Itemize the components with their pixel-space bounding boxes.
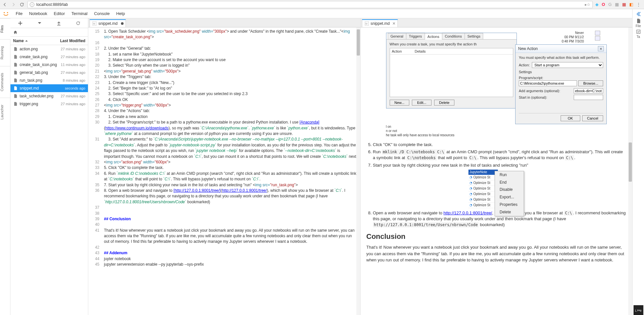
new-dropdown[interactable] [33, 19, 46, 27]
menu-console[interactable]: Console [91, 10, 113, 17]
file-icon [13, 55, 18, 59]
markdown-icon: M [365, 22, 369, 25]
editor-scrollbar[interactable] [356, 27, 360, 315]
tree-link[interactable]: http://127.0.0.1:8001/tree/ [444, 210, 492, 215]
ext-icon[interactable]: ▦ [615, 2, 619, 7]
menu-editor[interactable]: Editor [51, 10, 68, 17]
file-time: 27 minutes ago [61, 55, 85, 59]
ext-icon[interactable]: ◆ [595, 2, 599, 7]
task-list-item: ◔ Optimize St [468, 180, 498, 186]
file-row[interactable]: general_tab.png27 minutes ago [10, 69, 88, 76]
url-text: localhost:8889/lab [36, 2, 68, 7]
ext-icon[interactable]: ▦ [622, 2, 626, 7]
expand-icon[interactable] [636, 11, 641, 17]
preview-scrollbar[interactable] [628, 27, 632, 315]
col-details: Details [415, 49, 426, 53]
properties-tab-conditions[interactable]: Conditions [442, 33, 465, 39]
file-row[interactable]: task_scheduler.png27 minutes ago [10, 92, 88, 100]
svg-point-0 [4, 12, 5, 13]
svg-text:M: M [365, 23, 367, 25]
modified-header: Last Modified [60, 39, 85, 43]
ctx-disable[interactable]: Disable [495, 186, 524, 193]
file-icon [13, 62, 18, 67]
close-icon[interactable]: ✕ [392, 21, 396, 26]
left-tab-commands[interactable]: Commands [0, 66, 10, 98]
properties-tab-settings[interactable]: Settings [465, 33, 483, 39]
file-row[interactable]: create_task.png27 minutes ago [10, 53, 88, 61]
program-input[interactable] [519, 80, 577, 86]
steps-list: Click "OK" to complete the task. Run mkl… [366, 142, 627, 228]
ext-icon[interactable]: O [602, 2, 605, 7]
markdown-icon: M [93, 22, 96, 25]
cancel-button[interactable]: Cancel [582, 115, 603, 121]
task-list-item: ◔ Optimize St [468, 186, 498, 191]
left-tab-launcher[interactable]: Launcher [0, 98, 10, 126]
new-action-button[interactable]: New... [390, 100, 410, 106]
main-menu: FileNotebookEditorTerminalConsoleHelp [0, 9, 632, 18]
properties-tab-actions[interactable]: Actions [425, 33, 442, 40]
action-select[interactable]: Start a program [532, 62, 603, 68]
ok-button[interactable]: OK [561, 115, 580, 121]
code-editor[interactable]: 15 161718192021222324252627282930 31 323… [88, 27, 360, 315]
file-row[interactable]: create_task_icon.png11 minutes ago [10, 61, 88, 69]
args-input[interactable] [574, 88, 603, 93]
back-button[interactable] [2, 2, 8, 8]
ctx-properties[interactable]: Properties [495, 201, 524, 208]
ctx-end[interactable]: End [495, 179, 524, 186]
jupyter-logo [3, 10, 9, 17]
menu-file[interactable]: File [12, 10, 26, 17]
task-list-item: ◔ Optimize St [468, 191, 498, 197]
upload-button[interactable] [52, 19, 65, 27]
delete-action-button[interactable]: Delete [434, 100, 454, 106]
ctx-export[interactable]: Export... [495, 193, 524, 201]
refresh-button[interactable] [72, 19, 85, 27]
close-icon[interactable]: ✕ [598, 46, 604, 51]
conclusion-heading: Conclusion [366, 232, 627, 241]
editor-tab[interactable]: M snippet.md [90, 19, 126, 27]
properties-tab-triggers[interactable]: Triggers [406, 33, 425, 39]
selected-task: JupyterNote [468, 170, 498, 175]
new-button[interactable] [14, 19, 27, 27]
menu-icon[interactable]: ⋮ [636, 2, 641, 7]
svg-point-1 [7, 12, 8, 13]
browse-button[interactable]: Browse... [578, 80, 603, 86]
task-list-item: ◔ Optimize St [468, 175, 498, 180]
ext-icon[interactable]: ◧ [629, 2, 633, 7]
forward-button[interactable] [10, 2, 16, 8]
startin-input[interactable] [574, 95, 603, 100]
context-menu: RunEndDisableExport...PropertiesDelete [495, 171, 524, 216]
properties-tabs: GeneralTriggersActionsConditionsSettings [386, 33, 517, 40]
ctx-delete[interactable]: Delete [495, 208, 524, 216]
thumbnail[interactable]: j_img [634, 305, 643, 315]
file-browser: Name Last Modified action.png27 minutes … [10, 18, 88, 315]
file-row[interactable]: snippet.mdseconds ago [10, 84, 88, 92]
menu-help[interactable]: Help [113, 10, 128, 17]
bookmark-icon[interactable]: ▸☆ [585, 2, 590, 7]
properties-tab-general[interactable]: General [388, 33, 406, 39]
right-tab-file[interactable]: File [636, 18, 641, 28]
filebrowser-header[interactable]: Name Last Modified [10, 37, 88, 45]
code-content[interactable]: 1. Open Task Scheduler <img src="task_sc… [101, 27, 360, 315]
breadcrumbs[interactable] [10, 28, 88, 37]
reload-button[interactable] [19, 2, 25, 8]
file-row[interactable]: action.png27 minutes ago [10, 45, 88, 53]
left-tab-running[interactable]: Running [0, 39, 10, 66]
left-tab-files[interactable]: Files [0, 18, 10, 39]
edit-action-button[interactable]: Edit... [412, 100, 432, 106]
file-time: 11 minutes ago [61, 63, 85, 67]
ext-icon[interactable]: G [608, 2, 612, 7]
menu-terminal[interactable]: Terminal [68, 10, 91, 17]
right-tab-task[interactable]: Ta [636, 29, 641, 39]
file-name: trigger.png [20, 102, 38, 106]
ctx-run[interactable]: Run [495, 171, 524, 179]
file-time: 27 minutes ago [61, 47, 85, 51]
preview-tab[interactable]: M snippet.md ✕ [362, 19, 398, 27]
file-row[interactable]: run_task.png8 minutes ago [10, 76, 88, 84]
markdown-preview[interactable]: GeneralTriggersActionsConditionsSettings… [361, 27, 633, 315]
menu-notebook[interactable]: Notebook [26, 10, 51, 17]
address-bar[interactable]: i localhost:8889/lab ▸☆ [27, 1, 593, 8]
file-time: 27 minutes ago [61, 102, 85, 106]
home-icon [13, 30, 18, 35]
program-label: Program/script: [519, 76, 603, 80]
file-row[interactable]: trigger.png27 minutes ago [10, 100, 88, 108]
